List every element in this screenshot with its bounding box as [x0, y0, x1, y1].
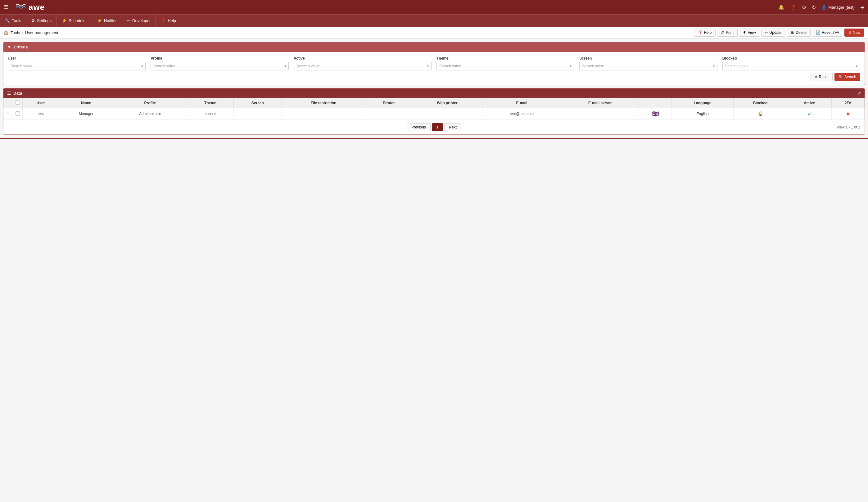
col-web-printer: Web printer [412, 98, 483, 108]
nav-item-notifier[interactable]: ⚡ Notifier [92, 14, 122, 27]
next-label: Next [449, 125, 457, 129]
criteria-field-user: User Search value [8, 56, 146, 71]
nav-item-scheduler[interactable]: ⚡ Scheduler [57, 14, 92, 27]
user-info[interactable]: 👤 Manager (test) [822, 5, 855, 10]
previous-label: Previous [411, 125, 426, 129]
criteria-body: User Search value Profile Search value A… [3, 52, 865, 85]
criteria-actions: ✏ Reset 🔍 Search [8, 71, 860, 82]
cell-theme: sunset [187, 108, 234, 120]
new-button[interactable]: ⊕ New [845, 29, 864, 36]
nav-label-settings: Settings [37, 18, 52, 23]
nav-item-tools[interactable]: 🔧 Tools [0, 14, 27, 27]
row-checkbox[interactable] [16, 111, 20, 116]
toolbar: 🏠 Tools › User management ❓ Help 🖨 Print… [0, 27, 868, 39]
next-button[interactable]: Next [444, 123, 461, 131]
blocked-select-wrapper: Select a value [722, 62, 860, 71]
reset-button[interactable]: ✏ Reset [810, 73, 833, 81]
col-blocked: Blocked [734, 98, 787, 108]
cell-blocked: 🔓 [734, 108, 787, 120]
help-button[interactable]: ❓ Help [694, 29, 715, 36]
data-section: ☰ Data ⤢ User Name Profile Theme Screen … [3, 88, 865, 135]
nav-item-help[interactable]: ❓ Help [156, 14, 181, 27]
nav-item-developer[interactable]: ✏ Developer [122, 14, 156, 27]
criteria-field-screen: Screen Search value [579, 56, 717, 71]
data-section-header: ☰ Data ⤢ [3, 88, 865, 98]
delete-button[interactable]: 🗑 Delete [787, 29, 810, 36]
blocked-field-label: Blocked [722, 56, 860, 61]
breadcrumb: 🏠 Tools › User management [4, 30, 692, 35]
cell-active: ✔ [787, 108, 832, 120]
theme-field-label: Theme [436, 56, 574, 61]
signout-icon[interactable]: ➜ [860, 4, 864, 10]
blocked-lock-icon: 🔓 [758, 111, 763, 116]
pagination-bar: Previous 1 Next View 1 - 1 of 1 [3, 120, 865, 134]
view-icon: 👁 [743, 30, 747, 35]
hamburger-menu[interactable]: ☰ [4, 4, 9, 11]
flag-icon: 🇬🇧 [652, 111, 659, 117]
search-button[interactable]: 🔍 Search [835, 73, 860, 81]
user-select-wrapper: Search value [8, 62, 146, 71]
user-select[interactable]: Search value [8, 62, 146, 71]
home-icon[interactable]: 🏠 [4, 30, 9, 35]
search-icon: 🔍 [838, 75, 843, 79]
row-checkbox-cell [13, 108, 22, 120]
col-flag [639, 98, 672, 108]
cell-2fa: ✖ [832, 108, 865, 120]
developer-icon: ✏ [127, 18, 131, 23]
expand-icon[interactable]: ⤢ [857, 91, 861, 96]
help-icon[interactable]: ❓ [790, 4, 796, 10]
criteria-field-theme: Theme Search value [436, 56, 574, 71]
criteria-row: User Search value Profile Search value A… [8, 56, 860, 71]
nav-bar: 🔧 Tools ⚙ Settings ⚡ Scheduler ⚡ Notifie… [0, 14, 868, 27]
cell-file-restriction [281, 108, 365, 120]
active-select[interactable]: Select a value [294, 62, 432, 71]
page-1-button[interactable]: 1 [432, 123, 443, 131]
col-file-restriction: File restriction [281, 98, 365, 108]
print-button[interactable]: 🖨 Print [717, 29, 737, 36]
bell-icon[interactable]: 🔔 [778, 4, 785, 10]
cell-web-printer [412, 108, 483, 120]
breadcrumb-parent[interactable]: Tools [11, 30, 20, 35]
nav-label-notifier: Notifier [104, 18, 117, 23]
criteria-title: Criteria [14, 45, 28, 49]
refresh-icon[interactable]: ↻ [812, 4, 816, 10]
criteria-field-profile: Profile Search value [151, 56, 288, 71]
active-select-wrapper: Select a value [294, 62, 432, 71]
col-email: E-mail [483, 98, 561, 108]
reset-2fa-button[interactable]: 🔄 Reset 2FA [812, 29, 843, 36]
theme-select[interactable]: Search value [436, 62, 574, 71]
active-check-icon: ✔ [807, 111, 812, 117]
screen-select[interactable]: Search value [579, 62, 717, 71]
nav-item-settings[interactable]: ⚙ Settings [27, 14, 57, 27]
col-screen: Screen [234, 98, 281, 108]
cell-email-server [561, 108, 639, 120]
theme-select-wrapper: Search value [436, 62, 574, 71]
pagination-info: View 1 - 1 of 1 [837, 125, 860, 129]
cell-language: English [671, 108, 733, 120]
previous-button[interactable]: Previous [407, 123, 431, 131]
criteria-section: ▼ Criteria User Search value Profile Sea… [3, 42, 865, 85]
filter-icon: ▼ [7, 45, 11, 49]
select-all-checkbox[interactable] [16, 100, 20, 105]
profile-select[interactable]: Search value [151, 62, 288, 71]
reset2fa-icon: 🔄 [816, 30, 820, 35]
tools-icon: 🔧 [5, 18, 10, 23]
pagination: Previous 1 Next [407, 123, 461, 131]
reset-icon: ✏ [815, 75, 818, 79]
blocked-select[interactable]: Select a value [722, 62, 860, 71]
delete-icon: 🗑 [791, 30, 794, 35]
view-button[interactable]: 👁 View [739, 29, 760, 36]
row-number: 1 [3, 108, 13, 120]
cell-profile: Administrator [113, 108, 187, 120]
gear-icon[interactable]: ⚙ [802, 4, 806, 10]
update-button[interactable]: ✏ Update [761, 29, 786, 36]
cell-printer [365, 108, 412, 120]
nav-label-developer: Developer [132, 18, 151, 23]
update-icon: ✏ [765, 30, 768, 35]
help-btn-icon: ❓ [698, 30, 703, 35]
col-profile: Profile [113, 98, 187, 108]
col-2fa: 2FA [832, 98, 865, 108]
col-name: Name [59, 98, 113, 108]
col-rownum [3, 98, 13, 108]
table-row: 1 test Manager Administrator sunset test… [3, 108, 865, 120]
